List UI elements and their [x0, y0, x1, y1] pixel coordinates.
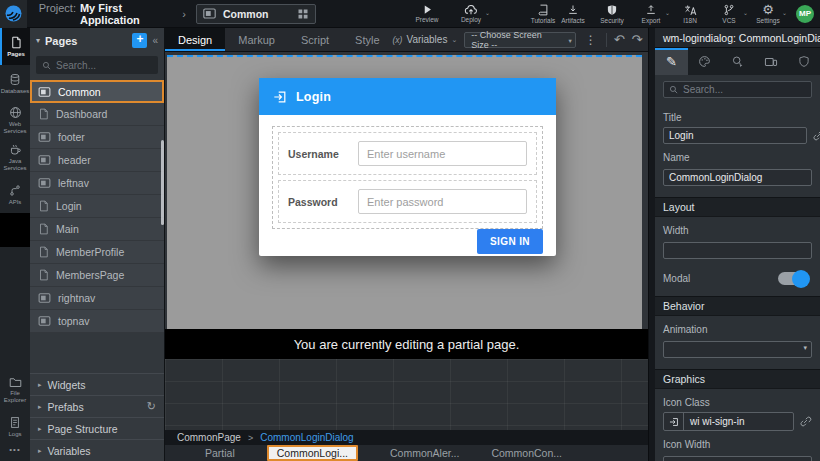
login-dialog-body: Username Password: [259, 115, 556, 229]
tab-properties[interactable]: ✎: [655, 48, 688, 75]
rail-item-file-explorer[interactable]: File Explorer: [0, 371, 30, 408]
rail-overflow-button[interactable]: •••: [0, 445, 30, 461]
tab-device[interactable]: [754, 48, 787, 75]
sign-in-button[interactable]: SIGN IN: [477, 229, 543, 254]
variables-button[interactable]: (x) Variables ⌄: [393, 34, 458, 45]
caret-down-icon: ▾: [569, 37, 572, 45]
bottom-tab-commonconfirmdialog[interactable]: CommonCon...: [491, 447, 562, 459]
username-input[interactable]: [358, 141, 527, 166]
page-item-memberspage[interactable]: MembersPage: [30, 264, 164, 287]
tab-design[interactable]: Design: [165, 28, 225, 51]
more-options-button[interactable]: ⋮: [583, 33, 599, 47]
redo-button[interactable]: ↷: [632, 33, 643, 46]
page-item-header[interactable]: header: [30, 149, 164, 172]
rail-item-pages[interactable]: Pages: [0, 28, 30, 65]
page-item-leftnav[interactable]: leftnav: [30, 172, 164, 195]
panel-splitter[interactable]: [648, 28, 655, 461]
tutorials-button[interactable]: Tutorials: [528, 4, 558, 24]
icon-width-field: Icon Width: [655, 439, 820, 461]
preview-button[interactable]: Preview: [412, 4, 442, 24]
breadcrumb-parent[interactable]: CommonPage: [177, 432, 241, 443]
page-item-common[interactable]: Common: [30, 80, 164, 103]
page-icon: [10, 36, 22, 49]
screen-size-select[interactable]: -- Choose Screen Size -- ▾: [464, 32, 575, 48]
vcs-button[interactable]: VCS ⌄: [714, 4, 744, 24]
pages-search-input[interactable]: Search...: [36, 56, 158, 74]
caret-right-icon: ▸: [38, 381, 42, 389]
login-dialog[interactable]: Login Username Password: [259, 78, 556, 256]
properties-search-input[interactable]: Search...: [663, 81, 812, 98]
page-item-label: rightnav: [58, 292, 95, 304]
breadcrumb-current[interactable]: CommonLoginDialog: [260, 432, 353, 443]
width-input[interactable]: [663, 242, 812, 259]
section-page-structure[interactable]: ▸ Page Structure: [30, 417, 164, 439]
animation-select[interactable]: [663, 341, 812, 358]
password-input[interactable]: [358, 189, 527, 214]
bind-link-icon[interactable]: [812, 129, 820, 142]
rail-item-logs[interactable]: Logs: [0, 408, 30, 445]
add-page-button[interactable]: +: [132, 33, 147, 48]
settings-button[interactable]: ⚙ Settings ⌄: [753, 4, 783, 24]
export-button[interactable]: Export ⌄: [636, 4, 666, 24]
breadcrumb: CommonPage > CommonLoginDialog: [165, 430, 648, 445]
bottom-tab-commonlogindialog[interactable]: CommonLogi...: [267, 445, 358, 461]
title-input[interactable]: [663, 127, 807, 144]
grid-icon: [297, 8, 309, 20]
page-item-main[interactable]: Main: [30, 218, 164, 241]
modal-field-label: Modal: [663, 273, 690, 284]
page-selector-dropdown[interactable]: Common: [196, 4, 316, 24]
rail-item-java-services[interactable]: Java Services: [0, 139, 30, 176]
tab-security[interactable]: [787, 48, 820, 75]
page-item-login[interactable]: Login: [30, 195, 164, 218]
i18n-button[interactable]: I18N: [675, 4, 705, 24]
rail-spacer: [0, 247, 30, 371]
cloud-upload-icon: [464, 4, 478, 15]
page-icon: [38, 269, 49, 281]
rail-item-web-services[interactable]: Web Services: [0, 102, 30, 139]
name-input[interactable]: [663, 169, 812, 186]
rail-label: File Explorer: [0, 390, 30, 404]
wavemaker-logo[interactable]: [0, 0, 27, 28]
bind-link-icon[interactable]: [799, 415, 812, 428]
collapse-panel-icon[interactable]: «: [152, 35, 158, 46]
pages-panel-sections: ▸ Widgets ▸ Prefabs ↻ ▸ Page Structure ▸…: [30, 373, 164, 461]
page-icon: [38, 223, 49, 235]
tab-markup[interactable]: Markup: [225, 28, 288, 51]
page-item-topnav[interactable]: topnav: [30, 310, 164, 333]
section-widgets[interactable]: ▸ Widgets: [30, 373, 164, 395]
section-prefabs[interactable]: ▸ Prefabs ↻: [30, 395, 164, 417]
artifacts-button[interactable]: Artifacts: [558, 4, 588, 24]
page-icon: [38, 108, 49, 120]
rail-item-databases[interactable]: Databases: [0, 65, 30, 102]
pages-scrollbar[interactable]: [161, 140, 164, 225]
download-icon: [567, 4, 579, 16]
page-item-footer[interactable]: footer: [30, 126, 164, 149]
security-button[interactable]: Security: [597, 4, 627, 24]
modal-toggle[interactable]: [778, 272, 808, 285]
caret-right-icon: ▸: [38, 447, 42, 455]
partial-icon: [38, 316, 51, 326]
caret-down-icon: ⌄: [485, 9, 490, 16]
tab-style[interactable]: Style: [342, 28, 392, 51]
tab-styles[interactable]: [688, 48, 721, 75]
username-label: Username: [288, 148, 358, 160]
bottom-tab-commonalertdialog[interactable]: CommonAler...: [390, 447, 459, 459]
page-item-memberprofile[interactable]: MemberProfile: [30, 241, 164, 264]
user-avatar[interactable]: MP: [796, 5, 814, 23]
tab-script[interactable]: Script: [288, 28, 342, 51]
icon-width-input[interactable]: [663, 456, 812, 461]
undo-button[interactable]: ↶: [614, 33, 625, 46]
login-dialog-footer: SIGN IN: [259, 229, 556, 265]
caret-down-icon[interactable]: ▾: [36, 36, 40, 45]
page-item-dashboard[interactable]: Dashboard: [30, 103, 164, 126]
project-name: My First Application: [80, 2, 168, 26]
refresh-icon[interactable]: ↻: [147, 400, 156, 413]
section-variables[interactable]: ▸ Variables: [30, 439, 164, 461]
rail-item-apis[interactable]: APIs: [0, 176, 30, 213]
page-item-rightnav[interactable]: rightnav: [30, 287, 164, 310]
icon-class-input[interactable]: wi wi-sign-in: [663, 412, 794, 431]
tab-events[interactable]: [721, 48, 754, 75]
bottom-tab-partial[interactable]: Partial: [205, 447, 235, 459]
deploy-button[interactable]: Deploy ⌄: [456, 4, 486, 24]
variables-x-icon: (x): [393, 35, 403, 45]
